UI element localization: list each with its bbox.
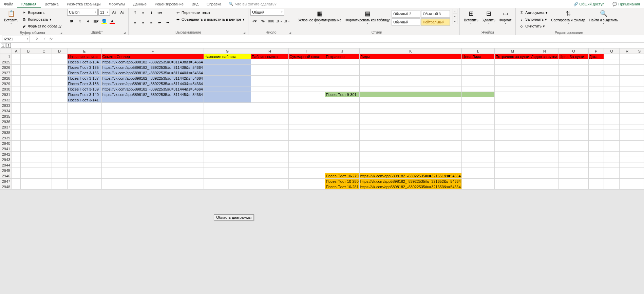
cell[interactable] <box>619 135 635 141</box>
cell[interactable] <box>36 97 52 103</box>
cell[interactable] <box>461 146 495 152</box>
decrease-font-button[interactable]: A↓ <box>119 9 126 16</box>
cell[interactable] <box>461 81 495 86</box>
row-header[interactable]: 2943 <box>0 157 12 162</box>
cell[interactable] <box>530 135 559 141</box>
cell[interactable] <box>36 92 52 97</box>
cell[interactable] <box>359 162 461 168</box>
cell[interactable] <box>604 152 620 157</box>
decrease-indent-button[interactable]: ⇤ <box>156 19 163 26</box>
cell[interactable] <box>36 65 52 70</box>
cell[interactable] <box>36 184 52 190</box>
cell-styles-gallery[interactable]: Обычный 2 Обычный 3 Обычный Нейтральный <box>392 9 453 26</box>
cell[interactable] <box>619 124 635 130</box>
cell[interactable]: Посев Пост 3-141 <box>67 97 101 103</box>
tab-review[interactable]: Рецензирование <box>151 0 188 8</box>
cell[interactable] <box>495 86 530 92</box>
cell[interactable] <box>635 92 644 97</box>
cell[interactable] <box>12 65 21 70</box>
cell[interactable] <box>461 135 495 141</box>
cell[interactable]: Цена За сутки <box>559 54 588 59</box>
cell[interactable] <box>251 114 289 119</box>
comments-button[interactable]: 💬 Примечания <box>608 0 644 8</box>
cell[interactable] <box>21 152 36 157</box>
cell[interactable] <box>325 81 359 86</box>
cell[interactable] <box>461 92 495 97</box>
cell[interactable] <box>251 92 289 97</box>
align-middle-button[interactable]: ≡ <box>139 9 147 16</box>
cell[interactable] <box>12 81 21 86</box>
cell[interactable] <box>52 135 67 141</box>
cell[interactable] <box>619 86 635 92</box>
cell[interactable] <box>635 135 644 141</box>
cell[interactable] <box>251 173 289 179</box>
cell[interactable] <box>530 146 559 152</box>
cell[interactable] <box>251 59 289 65</box>
cell[interactable] <box>461 59 495 65</box>
cell[interactable] <box>495 162 530 168</box>
cell[interactable] <box>12 146 21 152</box>
cell[interactable] <box>619 130 635 135</box>
cell[interactable] <box>67 168 101 173</box>
cell[interactable] <box>559 65 588 70</box>
cell[interactable] <box>21 108 36 114</box>
cell[interactable] <box>604 70 620 76</box>
cell[interactable] <box>36 162 52 168</box>
cell[interactable] <box>495 152 530 157</box>
cell[interactable]: Лидов за сутки <box>530 54 559 59</box>
cell[interactable] <box>289 76 325 81</box>
cell[interactable] <box>461 162 495 168</box>
cell[interactable] <box>289 141 325 146</box>
cell[interactable] <box>619 59 635 65</box>
cell[interactable] <box>559 81 588 86</box>
cell[interactable] <box>52 54 67 59</box>
cell[interactable] <box>619 70 635 76</box>
cell[interactable] <box>251 130 289 135</box>
cell[interactable] <box>359 59 461 65</box>
paste-button[interactable]: 📋 Вставить ▾ <box>2 9 20 25</box>
cell[interactable] <box>604 92 620 97</box>
cell[interactable] <box>21 124 36 130</box>
row-header[interactable]: 2946 <box>0 173 12 179</box>
cell[interactable] <box>604 179 620 184</box>
outline-level-1[interactable]: 1 <box>1 43 5 48</box>
cell[interactable]: Посев Пост 3-140 <box>67 92 101 97</box>
cell[interactable] <box>251 76 289 81</box>
cell[interactable] <box>495 124 530 130</box>
cell[interactable]: https://vk.com/app5898182_-83922535#u=32… <box>359 173 461 179</box>
cell[interactable] <box>588 168 604 173</box>
row-header[interactable]: 2936 <box>0 119 12 124</box>
cell[interactable] <box>325 114 359 119</box>
cell[interactable] <box>12 168 21 173</box>
cell[interactable] <box>52 179 67 184</box>
cell[interactable] <box>530 184 559 190</box>
cell[interactable]: Ссылка Сенлер <box>101 54 204 59</box>
cell[interactable] <box>36 86 52 92</box>
cell[interactable] <box>559 179 588 184</box>
cell[interactable] <box>67 108 101 114</box>
cell[interactable] <box>619 81 635 86</box>
cell[interactable] <box>289 119 325 124</box>
cell[interactable] <box>21 135 36 141</box>
cell[interactable] <box>12 141 21 146</box>
cell[interactable] <box>21 114 36 119</box>
cell[interactable] <box>619 146 635 152</box>
cell[interactable] <box>101 119 204 124</box>
cell[interactable] <box>67 184 101 190</box>
cell[interactable] <box>604 119 620 124</box>
cell[interactable] <box>21 173 36 179</box>
cell[interactable] <box>12 130 21 135</box>
cell[interactable] <box>204 114 251 119</box>
cell[interactable] <box>495 184 530 190</box>
cell[interactable] <box>588 119 604 124</box>
cell[interactable] <box>289 124 325 130</box>
align-center-button[interactable]: ≡ <box>139 19 147 26</box>
cell[interactable] <box>635 65 644 70</box>
cell[interactable] <box>21 141 36 146</box>
cell[interactable] <box>21 119 36 124</box>
cell[interactable] <box>495 119 530 124</box>
cell[interactable] <box>530 59 559 65</box>
cell[interactable] <box>12 173 21 179</box>
cell[interactable] <box>36 119 52 124</box>
cell[interactable] <box>530 141 559 146</box>
